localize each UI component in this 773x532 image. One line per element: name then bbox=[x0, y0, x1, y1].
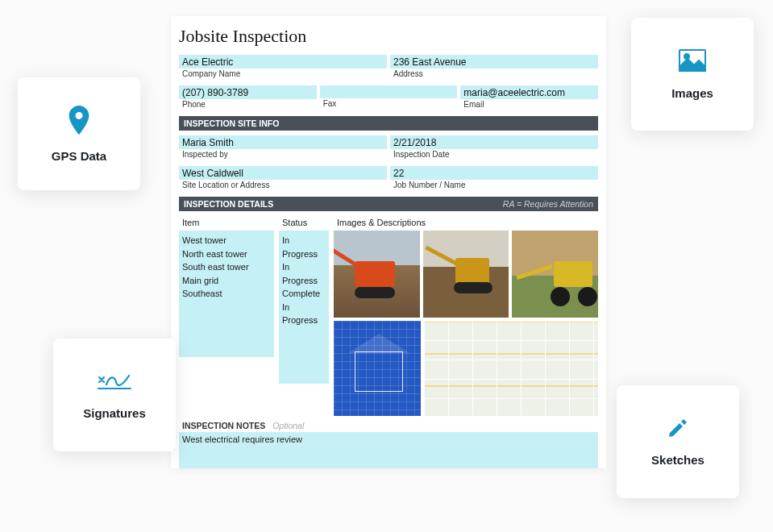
card-label: Signatures bbox=[83, 406, 146, 420]
fax-value bbox=[320, 85, 458, 98]
list-item: North east tower bbox=[182, 247, 271, 261]
list-item: Complete bbox=[282, 287, 326, 301]
notes-optional-text: Optional bbox=[272, 421, 304, 430]
inspection-document: Jobsite Inspection Ace Electric Company … bbox=[171, 16, 606, 468]
list-item: Main grid bbox=[182, 274, 271, 288]
doc-title: Jobsite Inspection bbox=[179, 26, 598, 47]
section-site-info-label: INSPECTION SITE INFO bbox=[184, 118, 279, 128]
address-label: Address bbox=[390, 69, 598, 79]
site-location-value: West Caldwell bbox=[179, 166, 387, 180]
inspection-date-label: Inspection Date bbox=[390, 149, 598, 160]
list-item: South east tower bbox=[182, 260, 271, 274]
email-value: maria@aceelectric.com bbox=[460, 85, 598, 99]
card-label: Sketches bbox=[651, 453, 704, 467]
item-list: West tower North east tower South east t… bbox=[179, 231, 274, 357]
list-item: In Progress bbox=[282, 234, 326, 260]
photo-excavator-yellow-1 bbox=[423, 231, 509, 318]
svg-point-1 bbox=[684, 54, 689, 59]
section-details-label: INSPECTION DETAILS bbox=[184, 199, 273, 209]
notes-title: INSPECTION NOTES Optional bbox=[179, 416, 598, 432]
inspected-by-value: Maria Smith bbox=[179, 135, 387, 149]
section-details: INSPECTION DETAILS RA = Requires Attenti… bbox=[179, 197, 598, 211]
col-item-head: Item bbox=[179, 216, 274, 231]
phone-label: Phone bbox=[179, 99, 317, 110]
list-item: West tower bbox=[182, 234, 271, 247]
fax-label: Fax bbox=[320, 98, 458, 109]
photo-excavator-orange bbox=[334, 231, 420, 318]
list-item: In Progress bbox=[282, 260, 326, 287]
site-location-label: Site Location or Address bbox=[179, 180, 387, 190]
job-number-label: Job Number / Name bbox=[390, 180, 598, 190]
section-site-info: INSPECTION SITE INFO bbox=[179, 116, 598, 131]
card-label: GPS Data bbox=[52, 149, 106, 163]
feature-card-gps[interactable]: GPS Data bbox=[18, 77, 140, 190]
blueprint-image bbox=[334, 321, 421, 416]
status-list: In Progress In Progress Complete In Prog… bbox=[279, 231, 329, 384]
col-status-head: Status bbox=[279, 216, 329, 231]
photo-excavator-yellow-2 bbox=[512, 231, 598, 318]
list-item: Southeast bbox=[182, 287, 271, 301]
notes-title-text: INSPECTION NOTES bbox=[182, 421, 265, 430]
location-pin-icon bbox=[68, 106, 90, 135]
phone-value: (207) 890-3789 bbox=[179, 85, 317, 99]
ra-note: RA = Requires Attention bbox=[503, 199, 593, 209]
company-label: Company Name bbox=[179, 69, 387, 79]
email-label: Email bbox=[460, 99, 598, 110]
feature-card-signatures[interactable]: Signatures bbox=[53, 339, 176, 451]
feature-card-sketches[interactable]: Sketches bbox=[617, 385, 739, 498]
col-images-head: Images & Descriptions bbox=[334, 216, 598, 231]
notes-body: West electrical requires review bbox=[179, 432, 598, 468]
company-value: Ace Electric bbox=[179, 55, 387, 69]
card-label: Images bbox=[671, 86, 713, 100]
map-image bbox=[424, 321, 598, 416]
inspected-by-label: Inspected by bbox=[179, 149, 387, 160]
pencil-icon bbox=[667, 418, 688, 438]
feature-card-images[interactable]: Images bbox=[631, 18, 754, 131]
inspection-date-value: 2/21/2018 bbox=[390, 135, 598, 149]
list-item: In Progress bbox=[282, 301, 326, 327]
address-value: 236 East Avenue bbox=[390, 55, 598, 69]
image-icon bbox=[679, 49, 706, 72]
job-number-value: 22 bbox=[390, 166, 598, 180]
signature-icon bbox=[97, 371, 132, 392]
